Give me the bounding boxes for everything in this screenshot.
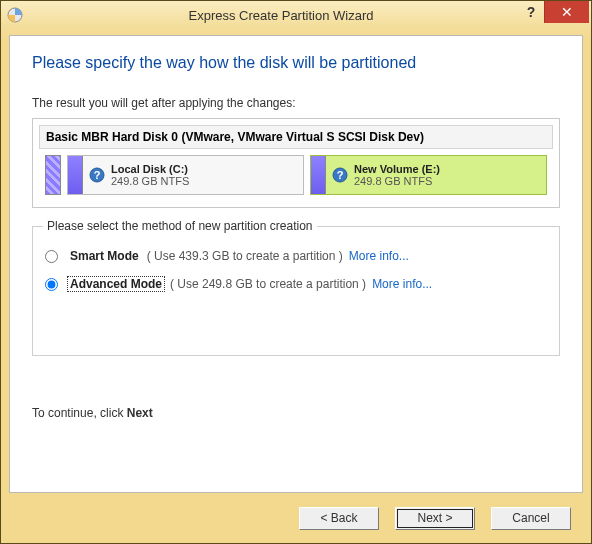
app-icon [7,7,23,23]
mode-advanced-radio[interactable] [45,278,58,291]
client-area: Please specify the way how the disk will… [9,35,583,493]
reserved-slot [45,155,61,195]
cancel-button[interactable]: Cancel [491,507,571,530]
volume-e-text: New Volume (E:) 249.8 GB NTFS [354,163,440,187]
mode-smart-radio[interactable] [45,250,58,263]
next-button[interactable]: Next > [395,507,475,530]
volume-c-text: Local Disk (C:) 249.8 GB NTFS [111,163,189,187]
disk-icon: ? [89,167,105,183]
volume-c-size: 249.8 GB NTFS [111,175,189,187]
result-label: The result you will get after applying t… [32,96,560,110]
titlebar-buttons: ? ✕ [518,1,589,23]
mode-advanced-more-link[interactable]: More info... [372,277,432,291]
titlebar: Express Create Partition Wizard ? ✕ [1,1,591,29]
continue-hint: To continue, click Next [32,406,560,420]
method-group: Please select the method of new partitio… [32,226,560,356]
mode-advanced[interactable]: Advanced Mode ( Use 249.8 GB to create a… [45,277,547,291]
mode-advanced-desc: ( Use 249.8 GB to create a partition ) [170,277,366,291]
volume-e-usage-bar [311,156,326,194]
help-button[interactable]: ? [518,1,544,23]
disk-header: Basic MBR Hard Disk 0 (VMware, VMware Vi… [39,125,553,149]
button-bar: < Back Next > Cancel [9,501,583,535]
disk-body: ? Local Disk (C:) 249.8 GB NTFS [39,149,553,201]
mode-smart-desc: ( Use 439.3 GB to create a partition ) [147,249,343,263]
back-button-label: < Back [320,511,357,525]
volume-c-name: Local Disk (C:) [111,163,189,175]
window-title: Express Create Partition Wizard [31,8,531,23]
mode-smart[interactable]: Smart Mode ( Use 439.3 GB to create a pa… [45,249,547,263]
continue-bold: Next [127,406,153,420]
svg-text:?: ? [94,169,101,181]
volume-c-usage-bar [68,156,83,194]
continue-prefix: To continue, click [32,406,127,420]
page-heading: Please specify the way how the disk will… [32,54,560,72]
disk-icon: ? [332,167,348,183]
mode-advanced-label: Advanced Mode [68,277,164,291]
mode-smart-label: Smart Mode [68,249,141,263]
next-button-label: Next > [417,511,452,525]
cancel-button-label: Cancel [512,511,549,525]
volume-e-name: New Volume (E:) [354,163,440,175]
group-title: Please select the method of new partitio… [43,219,317,233]
mode-smart-more-link[interactable]: More info... [349,249,409,263]
volume-c[interactable]: ? Local Disk (C:) 249.8 GB NTFS [67,155,304,195]
wizard-window: Express Create Partition Wizard ? ✕ Plea… [0,0,592,544]
volume-e-size: 249.8 GB NTFS [354,175,440,187]
volume-e[interactable]: ? New Volume (E:) 249.8 GB NTFS [310,155,547,195]
disk-preview: Basic MBR Hard Disk 0 (VMware, VMware Vi… [32,118,560,208]
back-button[interactable]: < Back [299,507,379,530]
svg-text:?: ? [337,169,344,181]
close-button[interactable]: ✕ [544,1,589,23]
disk-header-text: Basic MBR Hard Disk 0 (VMware, VMware Vi… [46,130,424,144]
